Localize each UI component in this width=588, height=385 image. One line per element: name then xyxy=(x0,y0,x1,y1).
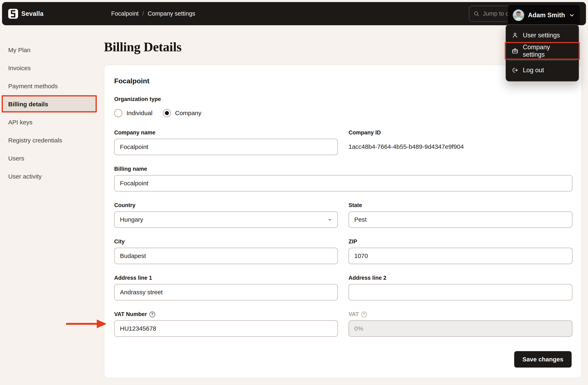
card-title: Focalpoint xyxy=(114,77,572,85)
breadcrumb-separator: / xyxy=(142,10,144,17)
vat-help-icon[interactable]: ? xyxy=(361,312,367,317)
vat-number-help-icon[interactable]: ? xyxy=(149,312,155,317)
sidebar-item-users[interactable]: Users xyxy=(2,150,96,166)
billing-form: Company name Company ID 1acc48b4-7664-4b… xyxy=(114,130,572,337)
city-field: City xyxy=(114,238,338,264)
radio-company[interactable]: Company xyxy=(163,109,201,117)
breadcrumb: Focalpoint / Company settings xyxy=(111,10,195,17)
radio-individual[interactable]: Individual xyxy=(114,109,152,117)
zip-label: ZIP xyxy=(349,238,572,245)
menu-item-label: Company settings xyxy=(523,44,573,58)
sevalla-logo[interactable] xyxy=(8,9,18,19)
vat-label: VAT ? xyxy=(349,311,572,317)
company-name-label: Company name xyxy=(114,130,338,136)
menu-item-log-out[interactable]: Log out xyxy=(506,62,579,78)
zip-input[interactable] xyxy=(349,248,572,264)
address-line-2-label: Address line 2 xyxy=(349,275,572,281)
city-label: City xyxy=(114,238,338,245)
company-id-field: Company ID 1acc48b4-7664-4b55-b489-9d434… xyxy=(349,130,572,155)
country-select[interactable]: Hungary xyxy=(114,211,338,228)
annotation-arrow-vat-number xyxy=(65,318,108,329)
user-icon xyxy=(512,32,518,39)
company-name-input[interactable] xyxy=(114,139,338,155)
menu-item-company-settings[interactable]: Company settings xyxy=(506,43,579,59)
user-menu-button[interactable]: Adam Smith xyxy=(508,5,580,25)
address-line-1-field: Address line 1 xyxy=(114,275,338,300)
briefcase-icon xyxy=(512,48,518,54)
user-name: Adam Smith xyxy=(528,11,565,19)
radio-company-label: Company xyxy=(175,110,201,116)
billing-name-input[interactable] xyxy=(114,175,572,191)
country-label: Country xyxy=(114,202,338,208)
address-line-2-field: Address line 2 xyxy=(349,275,572,300)
sidebar-item-billing-details[interactable]: Billing details xyxy=(2,96,96,112)
sidebar-item-payment-methods[interactable]: Payment methods xyxy=(2,78,96,94)
sidebar-item-invoices[interactable]: Invoices xyxy=(2,60,96,76)
radio-company-circle[interactable] xyxy=(163,109,171,117)
company-name-field: Company name xyxy=(114,130,338,155)
vat-number-label-text: VAT Number xyxy=(114,311,147,317)
company-id-value: 1acc48b4-7664-4b55-b489-9d4347e9f904 xyxy=(349,143,572,150)
address-line-2-input[interactable] xyxy=(349,284,572,300)
page-title: Billing Details xyxy=(104,39,181,55)
chevron-down-icon xyxy=(569,12,575,18)
user-dropdown-menu: User settings Company settings Log out xyxy=(505,24,579,81)
billing-details-card: Focalpoint Organization type Individual … xyxy=(104,65,582,378)
billing-name-label: Billing name xyxy=(114,166,572,172)
brand-name: Sevalla xyxy=(21,10,43,18)
search-icon xyxy=(473,11,480,17)
select-chevron-icon xyxy=(327,217,333,222)
logout-icon xyxy=(512,67,518,73)
vat-number-label: VAT Number ? xyxy=(114,311,338,317)
top-bar: Sevalla Focalpoint / Company settings ⌘ … xyxy=(2,2,586,25)
breadcrumb-page[interactable]: Company settings xyxy=(147,10,195,17)
vat-input xyxy=(349,320,572,337)
billing-details-screen: Sevalla Focalpoint / Company settings ⌘ … xyxy=(0,0,588,385)
state-field: State xyxy=(349,202,572,228)
organization-type-label: Organization type xyxy=(114,96,572,102)
menu-item-label: Log out xyxy=(523,67,544,74)
sevalla-logo-icon xyxy=(10,10,16,18)
vat-field: VAT ? xyxy=(349,311,572,337)
billing-name-field: Billing name xyxy=(114,166,572,191)
zip-field: ZIP xyxy=(349,238,572,264)
country-field: Country Hungary xyxy=(114,202,338,228)
address-line-1-label: Address line 1 xyxy=(114,275,338,281)
menu-divider xyxy=(508,60,577,61)
sidebar-item-user-activity[interactable]: User activity xyxy=(2,168,96,184)
menu-item-user-settings[interactable]: User settings xyxy=(506,27,579,43)
vat-number-input[interactable] xyxy=(114,320,338,337)
country-value: Hungary xyxy=(120,216,143,223)
state-input[interactable] xyxy=(349,211,572,228)
city-input[interactable] xyxy=(114,248,338,264)
sidebar-item-registry-credentials[interactable]: Registry credentials xyxy=(2,132,96,148)
settings-sidebar: My Plan Invoices Payment methods Billing… xyxy=(0,42,101,186)
address-line-1-input[interactable] xyxy=(114,284,338,300)
state-label: State xyxy=(349,202,572,208)
sidebar-item-my-plan[interactable]: My Plan xyxy=(2,42,96,58)
breadcrumb-project[interactable]: Focalpoint xyxy=(111,10,139,17)
sidebar-item-api-keys[interactable]: API keys xyxy=(2,114,96,130)
radio-individual-circle[interactable] xyxy=(114,109,122,117)
organization-type-radios: Individual Company xyxy=(114,109,572,117)
radio-company-dot xyxy=(165,111,169,115)
vat-number-field: VAT Number ? xyxy=(114,311,338,337)
company-id-label: Company ID xyxy=(349,130,572,136)
radio-individual-label: Individual xyxy=(126,110,152,116)
avatar xyxy=(513,9,524,21)
menu-item-label: User settings xyxy=(523,32,560,39)
vat-label-text: VAT xyxy=(349,311,359,317)
save-changes-button[interactable]: Save changes xyxy=(514,351,572,367)
